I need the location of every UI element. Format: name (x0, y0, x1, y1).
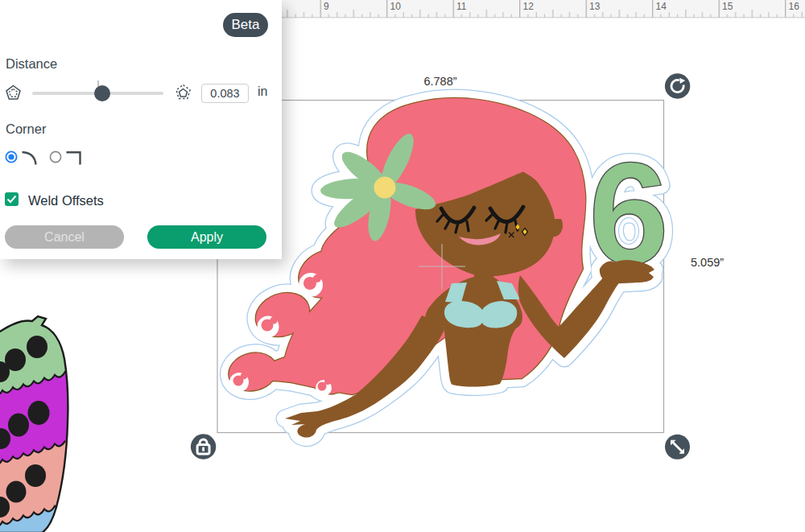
svg-text:12: 12 (523, 1, 535, 12)
svg-text:6.788”: 6.788” (423, 75, 456, 88)
svg-text:11: 11 (456, 1, 467, 12)
svg-text:14: 14 (656, 1, 667, 12)
svg-text:13: 13 (589, 1, 601, 12)
svg-text:16: 16 (789, 1, 800, 12)
svg-text:5.059”: 5.059” (691, 256, 724, 269)
svg-text:9: 9 (324, 1, 329, 12)
svg-text:15: 15 (722, 1, 733, 12)
svg-text:10: 10 (390, 1, 402, 12)
